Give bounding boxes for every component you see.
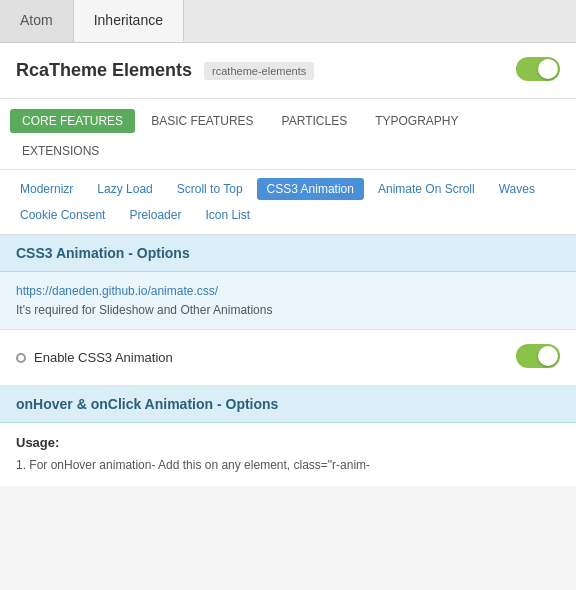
subnav-animate-on-scroll[interactable]: Animate On Scroll bbox=[368, 178, 485, 200]
enable-toggle-text: Enable CSS3 Animation bbox=[34, 350, 173, 365]
feature-tabs-row: CORE FEATURES BASIC FEATURES PARTICLES T… bbox=[10, 109, 566, 133]
feature-tabs-container: CORE FEATURES BASIC FEATURES PARTICLES T… bbox=[0, 99, 576, 170]
header-badge: rcatheme-elements bbox=[204, 62, 314, 80]
extensions-tab-row: EXTENSIONS bbox=[10, 139, 566, 163]
tab-typography[interactable]: TYPOGRAPHY bbox=[363, 109, 470, 133]
subnav-modernizr[interactable]: Modernizr bbox=[10, 178, 83, 200]
subnav-cookie-consent[interactable]: Cookie Consent bbox=[10, 204, 115, 226]
tab-basic-features[interactable]: BASIC FEATURES bbox=[139, 109, 265, 133]
radio-dot-icon bbox=[16, 353, 26, 363]
enable-toggle-row: Enable CSS3 Animation bbox=[0, 330, 576, 386]
top-tabs-bar: Atom Inheritance bbox=[0, 0, 576, 43]
section2-title: onHover & onClick Animation - Options bbox=[16, 396, 278, 412]
header-toggle[interactable] bbox=[516, 57, 560, 84]
tab-core-features[interactable]: CORE FEATURES bbox=[10, 109, 135, 133]
info-box: https://daneden.github.io/animate.css/ I… bbox=[0, 272, 576, 330]
master-toggle-slider[interactable] bbox=[516, 57, 560, 81]
tab-atom[interactable]: Atom bbox=[0, 0, 74, 42]
page-title: RcaTheme Elements bbox=[16, 60, 192, 81]
subnav-preloader[interactable]: Preloader bbox=[119, 204, 191, 226]
subnav-lazy-load[interactable]: Lazy Load bbox=[87, 178, 162, 200]
usage-title: Usage: bbox=[16, 435, 560, 450]
tab-extensions[interactable]: EXTENSIONS bbox=[10, 139, 111, 163]
header-row: RcaTheme Elements rcatheme-elements bbox=[0, 43, 576, 99]
enable-toggle-slider[interactable] bbox=[516, 344, 560, 368]
info-text: It's required for Slideshow and Other An… bbox=[16, 303, 272, 317]
usage-text: 1. For onHover animation- Add this on an… bbox=[16, 456, 560, 474]
subnav-css3-animation[interactable]: CSS3 Animation bbox=[257, 178, 364, 200]
section1-title: CSS3 Animation - Options bbox=[16, 245, 190, 261]
master-toggle-switch[interactable] bbox=[516, 57, 560, 81]
section-css3-animation: CSS3 Animation - Options bbox=[0, 235, 576, 272]
enable-toggle-switch-wrapper[interactable] bbox=[516, 344, 560, 371]
enable-label-block: Enable CSS3 Animation bbox=[34, 350, 173, 365]
subnav-waves[interactable]: Waves bbox=[489, 178, 545, 200]
sub-nav-bar: Modernizr Lazy Load Scroll to Top CSS3 A… bbox=[0, 170, 576, 235]
info-link[interactable]: https://daneden.github.io/animate.css/ bbox=[16, 284, 560, 298]
usage-box: Usage: 1. For onHover animation- Add thi… bbox=[0, 423, 576, 486]
enable-toggle-switch[interactable] bbox=[516, 344, 560, 368]
section-onhover-onclick: onHover & onClick Animation - Options bbox=[0, 386, 576, 423]
tab-inheritance[interactable]: Inheritance bbox=[74, 0, 184, 42]
enable-toggle-label: Enable CSS3 Animation bbox=[16, 350, 516, 365]
tab-particles[interactable]: PARTICLES bbox=[270, 109, 360, 133]
subnav-scroll-to-top[interactable]: Scroll to Top bbox=[167, 178, 253, 200]
subnav-icon-list[interactable]: Icon List bbox=[195, 204, 260, 226]
